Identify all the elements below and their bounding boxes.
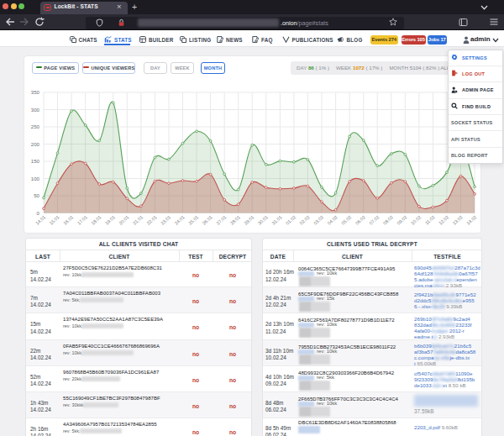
- svg-text:30.01: 30.01: [257, 214, 269, 225]
- svg-text:14.02: 14.02: [465, 214, 477, 225]
- svg-text:04.02: 04.02: [327, 214, 339, 225]
- svg-text:09.02: 09.02: [396, 214, 407, 225]
- svg-text:0: 0: [37, 210, 40, 216]
- svg-text:01.02: 01.02: [285, 214, 297, 225]
- svg-text:05.02: 05.02: [340, 214, 352, 225]
- svg-text:14.01: 14.01: [34, 214, 46, 225]
- svg-text:200: 200: [31, 141, 40, 147]
- svg-text:02.02: 02.02: [299, 214, 311, 225]
- svg-text:13.02: 13.02: [452, 214, 464, 225]
- svg-text:23.01: 23.01: [160, 214, 171, 225]
- svg-text:100: 100: [31, 176, 40, 181]
- svg-text:06.02: 06.02: [354, 214, 366, 225]
- svg-text:26.01: 26.01: [202, 214, 213, 225]
- svg-text:22.01: 22.01: [146, 214, 158, 225]
- svg-text:03.02: 03.02: [312, 214, 324, 225]
- svg-text:300: 300: [31, 107, 40, 113]
- svg-text:08.02: 08.02: [382, 214, 394, 225]
- svg-text:250: 250: [31, 123, 40, 129]
- svg-text:150: 150: [31, 158, 40, 164]
- svg-text:18.01: 18.01: [90, 214, 102, 225]
- svg-text:50: 50: [34, 192, 39, 198]
- svg-text:24.01: 24.01: [174, 214, 186, 225]
- svg-text:21.01: 21.01: [132, 214, 144, 225]
- svg-text:20.01: 20.01: [118, 214, 129, 225]
- svg-text:27.01: 27.01: [215, 214, 227, 225]
- svg-text:350: 350: [31, 89, 40, 95]
- svg-text:11.02: 11.02: [424, 214, 436, 225]
- svg-text:25.01: 25.01: [187, 214, 199, 225]
- svg-text:16.01: 16.01: [62, 214, 74, 225]
- svg-text:19.01: 19.01: [104, 214, 116, 225]
- svg-text:31.01: 31.01: [271, 214, 283, 225]
- svg-text:12.02: 12.02: [438, 214, 449, 225]
- svg-text:29.01: 29.01: [243, 214, 255, 225]
- svg-text:15.01: 15.01: [49, 214, 60, 225]
- svg-text:07.02: 07.02: [368, 214, 380, 225]
- svg-text:28.01: 28.01: [229, 214, 241, 225]
- svg-text:17.01: 17.01: [76, 214, 88, 225]
- svg-text:10.02: 10.02: [410, 214, 422, 225]
